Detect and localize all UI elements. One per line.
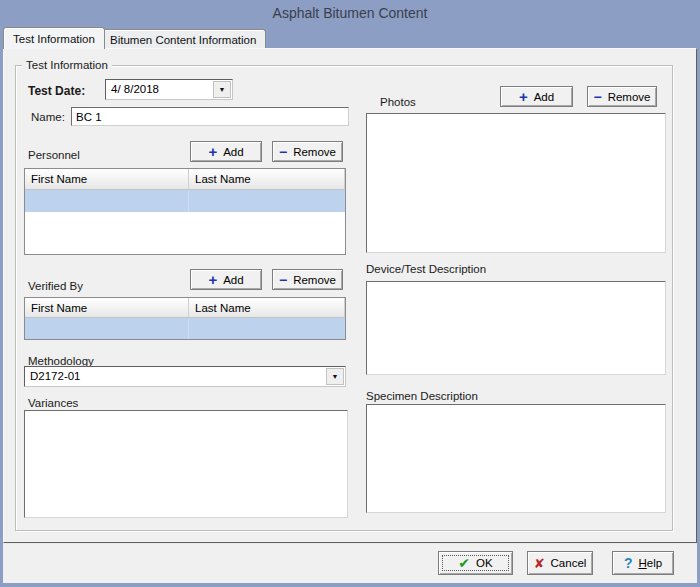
- photos-add-button[interactable]: + Add: [500, 86, 573, 107]
- personnel-column-last-name: Last Name: [189, 169, 345, 190]
- variances-textarea[interactable]: [24, 410, 348, 518]
- help-button[interactable]: ? Help: [612, 551, 674, 575]
- personnel-label: Personnel: [28, 149, 80, 161]
- tab-test-information[interactable]: Test Information: [3, 27, 105, 49]
- plus-icon: +: [208, 272, 217, 287]
- personnel-column-first-name: First Name: [25, 169, 189, 190]
- name-label: Name:: [31, 111, 65, 123]
- personnel-cell-last-name[interactable]: [189, 190, 345, 212]
- personnel-add-button[interactable]: + Add: [190, 141, 262, 162]
- minus-icon: −: [279, 273, 287, 287]
- verified-by-table[interactable]: First Name Last Name: [24, 297, 346, 340]
- help-label: Help: [638, 557, 662, 569]
- verified-by-selected-row[interactable]: [25, 318, 345, 340]
- personnel-add-label: Add: [223, 146, 243, 158]
- cancel-label: Cancel: [551, 557, 587, 569]
- verified-by-table-header: First Name Last Name: [25, 298, 345, 318]
- verified-by-column-first-name: First Name: [25, 298, 189, 318]
- plus-icon: +: [208, 144, 217, 159]
- ok-button[interactable]: ✔ OK: [438, 551, 513, 575]
- window-title: Asphalt Bitumen Content: [0, 5, 700, 21]
- variances-label: Variances: [28, 397, 78, 409]
- name-input[interactable]: [71, 107, 349, 126]
- personnel-remove-label: Remove: [293, 146, 336, 158]
- tab-bitumen-content-information[interactable]: Bitumen Content Information: [100, 29, 266, 49]
- methodology-dropdown-button[interactable]: ▼: [326, 368, 344, 385]
- verified-by-add-label: Add: [223, 274, 243, 286]
- minus-icon: −: [593, 90, 601, 104]
- dialog-window: Asphalt Bitumen Content Test Information…: [0, 0, 700, 587]
- chevron-down-icon: ▼: [332, 373, 339, 380]
- check-icon: ✔: [458, 556, 470, 570]
- methodology-combobox[interactable]: D2172-01 ▼: [24, 366, 346, 387]
- plus-icon: +: [519, 89, 528, 104]
- photos-remove-button[interactable]: − Remove: [587, 86, 657, 107]
- test-date-combobox[interactable]: 4/ 8/2018 ▼: [105, 79, 233, 100]
- photos-add-label: Add: [534, 91, 554, 103]
- question-mark-icon: ?: [624, 556, 633, 570]
- verified-by-label: Verified By: [28, 280, 83, 292]
- verified-by-add-button[interactable]: + Add: [190, 269, 262, 290]
- specimen-description-label: Specimen Description: [366, 390, 478, 402]
- photos-remove-label: Remove: [608, 91, 651, 103]
- group-title: Test Information: [22, 59, 112, 71]
- verified-by-remove-label: Remove: [293, 274, 336, 286]
- personnel-remove-button[interactable]: − Remove: [272, 141, 343, 162]
- test-date-label: Test Date:: [28, 84, 85, 98]
- device-description-label: Device/Test Description: [366, 263, 486, 275]
- specimen-description-textarea[interactable]: [366, 404, 666, 513]
- personnel-table-header: First Name Last Name: [25, 169, 345, 190]
- personnel-table[interactable]: First Name Last Name: [24, 168, 346, 255]
- x-icon: ✘: [534, 557, 545, 570]
- methodology-value: D2172-01: [25, 367, 325, 386]
- verified-by-cell-last-name[interactable]: [189, 318, 345, 340]
- photos-label: Photos: [380, 96, 416, 108]
- minus-icon: −: [279, 145, 287, 159]
- verified-by-remove-button[interactable]: − Remove: [272, 269, 343, 290]
- personnel-cell-first-name[interactable]: [25, 190, 189, 212]
- verified-by-column-last-name: Last Name: [189, 298, 345, 318]
- test-date-value: 4/ 8/2018: [106, 80, 212, 99]
- cancel-button[interactable]: ✘ Cancel: [527, 551, 593, 575]
- chevron-down-icon: ▼: [219, 86, 226, 93]
- device-description-textarea[interactable]: [366, 281, 666, 375]
- test-date-dropdown-button[interactable]: ▼: [213, 81, 231, 98]
- verified-by-cell-first-name[interactable]: [25, 318, 189, 340]
- ok-label: OK: [476, 557, 493, 569]
- personnel-selected-row[interactable]: [25, 190, 345, 212]
- photos-listbox[interactable]: [366, 113, 666, 253]
